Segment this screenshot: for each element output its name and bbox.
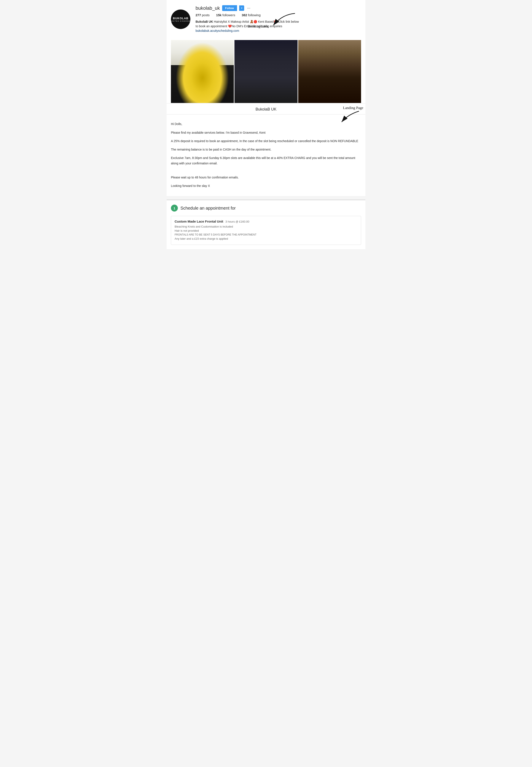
posts-stat: 277 posts: [196, 13, 210, 17]
content-line1: Please find my available services below.…: [171, 130, 361, 135]
avatar: BUKOLAB UNITED KINGDOM: [171, 10, 190, 29]
booking-link-annotation: Booking Link: [248, 12, 297, 29]
username: bukolab_uk: [196, 5, 220, 11]
landing-page-annotation: Landing Page: [337, 106, 363, 123]
followers-stat: 15k followers: [216, 13, 235, 17]
bio-section: BukolaB UK Hairstylist X Makeup Artist 🧸…: [196, 19, 299, 33]
profile-header: BUKOLAB UNITED KINGDOM bukolab_uk Follow…: [171, 5, 361, 37]
landing-page-arrow: [337, 110, 363, 123]
landing-section: BukolaB UK Landing Page Hi Dolls, Please…: [167, 104, 365, 196]
avatar-brand-name: BUKOLAB: [173, 17, 188, 20]
service-detail-1: Bleaching Knots and Customisation is inc…: [175, 225, 357, 228]
photo-2-image: [234, 40, 297, 103]
following-value: 382: [242, 13, 247, 17]
content-text: Hi Dolls, Please find my available servi…: [167, 117, 365, 196]
photo-3-image: [298, 40, 361, 103]
content-line2: A 25% deposit is required to book an app…: [171, 138, 361, 144]
service-card: Custom Made Lace Frontal Unit 3 hours @ …: [171, 216, 361, 245]
landing-page-title: BukolaB UK: [255, 107, 276, 111]
followers-value: 15k: [216, 13, 221, 17]
photo-3[interactable]: [298, 40, 361, 103]
profile-info: bukolab_uk Follow ▾ ··· 277 posts 15k fo…: [196, 5, 361, 33]
content-line4: Exclusive 7am, 8:30pm and Sunday 6.30pm …: [171, 155, 361, 166]
service-detail-4: Any later and a £15 extra charge is appl…: [175, 237, 357, 240]
avatar-brand-sub: UNITED KINGDOM: [171, 20, 190, 22]
bio-display-name: BukolaB UK: [196, 20, 213, 23]
schedule-section: 1 Schedule an appointment for Custom Mad…: [167, 200, 365, 249]
profile-top-row: bukolab_uk Follow ▾ ···: [196, 5, 361, 11]
photo-grid: [171, 40, 361, 103]
service-detail-2: Hair is not provided: [175, 229, 357, 232]
landing-page-label: Landing Page: [343, 106, 363, 110]
follow-dropdown-button[interactable]: ▾: [239, 5, 244, 11]
instagram-profile-section: BUKOLAB UNITED KINGDOM bukolab_uk Follow…: [167, 0, 365, 103]
service-detail-3: FRONTALS ARE TO BE SENT 5 DAYS BEFORE TH…: [175, 233, 357, 236]
service-duration: 3 hours @ £160.00: [225, 220, 249, 223]
step-badge: 1: [171, 205, 178, 212]
avatar-container: BUKOLAB UNITED KINGDOM: [171, 10, 190, 29]
schedule-header: 1 Schedule an appointment for: [171, 205, 361, 212]
followers-label: followers: [222, 13, 235, 17]
photo-1[interactable]: [171, 40, 234, 103]
content-line5: Please wait up to 48 hours for confirmat…: [171, 175, 361, 180]
booking-link-arrow: [269, 12, 297, 27]
posts-label: posts: [202, 13, 210, 17]
content-line3: The remaining balance is to be paid in C…: [171, 147, 361, 152]
booking-link-label: Booking Link: [248, 24, 268, 28]
service-name-row: Custom Made Lace Frontal Unit 3 hours @ …: [175, 220, 357, 223]
photo-1-image: [171, 40, 234, 103]
content-line6: Looking forward to the slay X: [171, 183, 361, 188]
follow-button[interactable]: Follow: [222, 5, 237, 11]
photo-2[interactable]: [234, 40, 297, 103]
content-greeting: Hi Dolls,: [171, 121, 361, 127]
bio-link[interactable]: bukolabuk.acuityscheduling.com: [196, 29, 239, 32]
more-options-button[interactable]: ···: [246, 6, 251, 10]
schedule-title: Schedule an appointment for: [180, 206, 236, 211]
service-name: Custom Made Lace Frontal Unit: [175, 220, 223, 223]
posts-value: 277: [196, 13, 201, 17]
